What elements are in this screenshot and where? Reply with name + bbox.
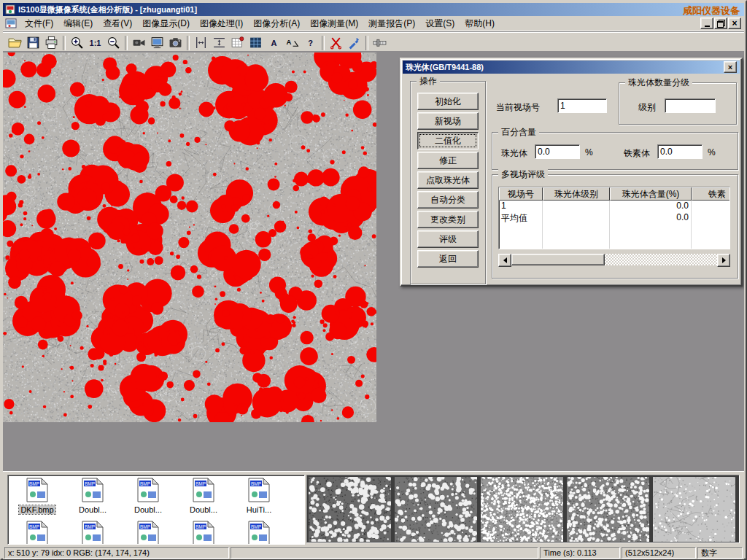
document-icon (5, 18, 17, 28)
current-field-input[interactable] (557, 98, 607, 113)
file-item[interactable]: BMP (9, 521, 65, 545)
close-button[interactable]: × (728, 18, 741, 29)
operation-button[interactable]: 二值化 (417, 132, 479, 149)
thumbnail-image[interactable] (309, 477, 391, 542)
status-bar: x: 510 y: 79 idx: 0 RGB: (174, 174, 174)… (3, 546, 744, 559)
table-row[interactable]: 平均值0.0 (499, 212, 729, 224)
dialog-close-button[interactable]: × (724, 61, 737, 73)
table-column-header[interactable]: 铁素 (692, 187, 730, 201)
zoom-out-button[interactable] (104, 34, 123, 52)
menu-item[interactable]: 查看(V) (98, 16, 137, 31)
measure-horizontal-button[interactable] (210, 34, 228, 52)
app-icon (5, 4, 15, 15)
file-item[interactable]: BMP (120, 521, 176, 545)
menu-item[interactable]: 图像测量(M) (305, 16, 363, 31)
svg-text:BMP: BMP (251, 481, 261, 486)
operation-button[interactable]: 点取珠光体 (417, 171, 479, 189)
cut-icon (329, 36, 343, 50)
operation-button[interactable]: 评级 (417, 230, 479, 248)
capture-button[interactable] (166, 34, 185, 52)
scrollbar-thumb[interactable] (511, 254, 605, 265)
svg-text:A: A (287, 38, 292, 46)
cut-button[interactable] (327, 34, 345, 52)
menu-item[interactable]: 测量报告(P) (363, 16, 420, 31)
file-item[interactable]: BMP (231, 521, 287, 545)
table-horizontal-scrollbar[interactable] (498, 254, 730, 265)
menu-item[interactable]: 文件(F) (20, 16, 58, 31)
scroll-left-button[interactable] (498, 254, 511, 267)
operation-button[interactable]: 初始化 (417, 93, 479, 110)
live-preview-button[interactable] (148, 34, 166, 52)
mode-status: 数字 (697, 547, 743, 559)
folder-open-icon (8, 36, 22, 50)
operation-button[interactable]: 更改类别 (417, 211, 479, 228)
dialog-body: 操作 初始化新视场二值化修正点取珠光体自动分类更改类别评级返回 当前视场号 珠光… (403, 75, 740, 284)
table-header: 视场号珠光体级别珠光体含量(%)铁素 (499, 187, 729, 201)
bottom-panel: BMPDKF.bmpBMPDoubl...BMPDoubl...BMPDoubl… (3, 471, 744, 546)
video-camera-button[interactable] (130, 34, 148, 52)
grid-dark-button[interactable] (247, 34, 265, 52)
file-item[interactable]: BMP (176, 521, 231, 545)
thumbnail-image[interactable] (653, 477, 735, 542)
status-spacer (231, 547, 538, 559)
rating-table[interactable]: 视场号珠光体级别珠光体含量(%)铁素 10.0平均值0.0 (498, 187, 730, 249)
menu-item[interactable]: 图像显示(D) (137, 16, 195, 31)
title-bar[interactable]: IS100显微摄像系统(金相分析版) - [zhuguangti01] 咸阳仪器… (3, 3, 744, 16)
menu-item[interactable]: 图像处理(I) (195, 16, 248, 31)
print-icon (44, 36, 58, 50)
color-picker-button[interactable] (345, 34, 363, 52)
operation-button[interactable]: 返回 (417, 250, 479, 268)
table-cell (692, 224, 730, 249)
operation-button[interactable]: 自动分类 (417, 191, 479, 209)
grid-measure-button[interactable] (228, 34, 247, 52)
menu-item[interactable]: 设置(S) (420, 16, 460, 31)
thumbnail-image[interactable] (567, 477, 649, 542)
file-item[interactable]: BMPDKF.bmp (9, 478, 65, 514)
file-browser[interactable]: BMPDKF.bmpBMPDoubl...BMPDoubl...BMPDoubl… (7, 475, 305, 545)
operation-button[interactable]: 修正 (417, 152, 479, 169)
one-to-one-icon: 1:1 (90, 39, 101, 47)
actual-size-button[interactable]: 1:1 (86, 34, 104, 52)
table-column-header[interactable]: 珠光体含量(%) (610, 187, 692, 201)
grade-level-input[interactable] (665, 98, 716, 113)
ferrite-percent-input[interactable] (657, 144, 703, 159)
restore-button[interactable] (714, 18, 727, 29)
micrograph-image[interactable] (3, 52, 376, 422)
table-cell: 0.0 (610, 212, 692, 224)
file-item[interactable]: BMP (65, 521, 120, 545)
file-item[interactable]: BMPDoubl... (65, 478, 120, 514)
annotate-angle-button[interactable]: A (283, 34, 301, 52)
thumbnail-image[interactable] (481, 477, 563, 542)
pearlite-dialog: 珠光体(GB/T9441-88) × 操作 初始化新视场二值化修正点取珠光体自动… (400, 58, 743, 287)
scroll-right-button[interactable] (717, 254, 730, 267)
zoom-in-button[interactable] (68, 34, 86, 52)
thumbnail-image[interactable] (395, 477, 477, 542)
measure-vertical-button[interactable] (192, 34, 210, 52)
file-item[interactable]: BMPDoubl... (176, 478, 231, 514)
svg-text:BMP: BMP (29, 481, 39, 486)
open-button[interactable] (6, 34, 24, 52)
file-item[interactable]: BMPDoubl... (120, 478, 176, 514)
time-status: Time (s): 0.113 (540, 547, 620, 559)
annotate-text-button[interactable]: A (265, 34, 283, 52)
caliper-button[interactable] (371, 34, 389, 52)
save-button[interactable] (24, 34, 42, 52)
operation-button[interactable]: 新视场 (417, 112, 479, 130)
print-button[interactable] (42, 34, 61, 52)
menu-item[interactable]: 图像分析(A) (248, 16, 305, 31)
menu-item[interactable]: 帮助(H) (460, 16, 500, 31)
menu-item[interactable]: 编辑(E) (58, 16, 98, 31)
table-cell: 平均值 (499, 212, 543, 224)
monitor-icon (150, 36, 164, 50)
help-button[interactable]: ? (301, 34, 320, 52)
minimize-button[interactable] (700, 18, 713, 29)
dialog-title-bar[interactable]: 珠光体(GB/T9441-88) × (403, 61, 740, 74)
file-item[interactable]: BMPHuiTi... (231, 478, 287, 514)
table-row[interactable]: 10.0 (499, 201, 729, 212)
scrollbar-track[interactable] (511, 254, 717, 265)
table-column-header[interactable]: 视场号 (499, 187, 543, 201)
table-column-header[interactable]: 珠光体级别 (543, 187, 610, 201)
file-row: BMPBMPBMPBMPBMP (8, 518, 304, 545)
grading-group-label: 珠光体数量分级 (625, 77, 692, 88)
pearlite-percent-input[interactable] (535, 144, 580, 159)
